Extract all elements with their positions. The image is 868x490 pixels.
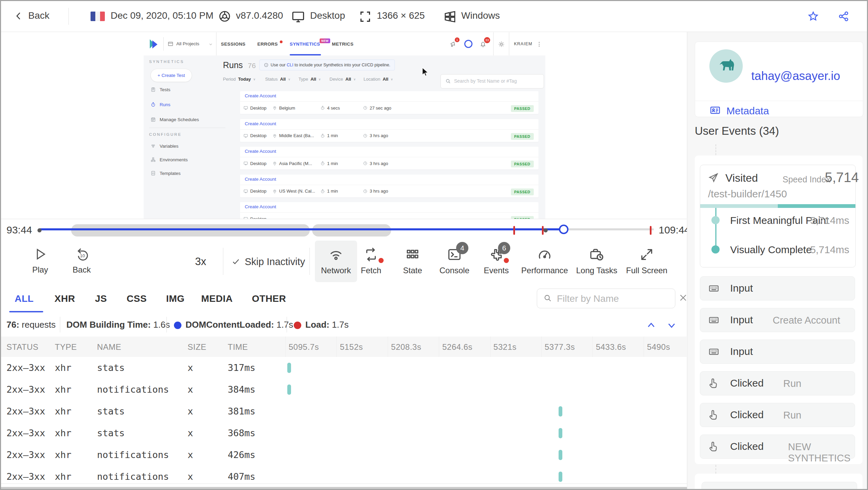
- play-button[interactable]: Play: [21, 247, 59, 275]
- run-card[interactable]: Create AccountDesktopPASSED: [240, 202, 539, 219]
- network-tab-all[interactable]: ALL: [15, 293, 34, 304]
- panel-button-events[interactable]: 6Events: [476, 241, 517, 282]
- run-name-link[interactable]: Create Account: [245, 204, 276, 209]
- country-flag-icon: [91, 12, 105, 21]
- panel-label: Long Tasks: [571, 266, 622, 275]
- back-10s-button[interactable]: 10 Back: [63, 247, 100, 275]
- speed-toggle[interactable]: 3x: [195, 256, 206, 268]
- filter-type[interactable]: TypeAll∨: [299, 77, 321, 82]
- visited-card[interactable]: Visited Speed Index 5,714 /test-builder/…: [700, 165, 856, 267]
- network-tab-img[interactable]: IMG: [166, 293, 184, 304]
- jump-up-icon[interactable]: [645, 320, 657, 331]
- skip-inactivity-label[interactable]: Skip Inactivity: [245, 256, 305, 267]
- event-dot: [37, 228, 42, 232]
- viewport-resolution: 1366 × 625: [377, 10, 425, 21]
- cell-name: notifications: [97, 384, 169, 395]
- network-tab-css[interactable]: CSS: [127, 293, 147, 304]
- app-header: All Projects SESSIONS ERRORS SYNTHETICS …: [144, 32, 545, 56]
- table-row[interactable]: 2xx–3xxxhrnotificationsx407ms: [1, 466, 687, 484]
- tab-errors[interactable]: ERRORS: [257, 42, 278, 47]
- run-card[interactable]: Create AccountDesktopMiddle East (Ba...1…: [240, 119, 539, 142]
- panel-button-state[interactable]: State: [392, 241, 433, 282]
- tab-metrics[interactable]: METRICS: [332, 42, 354, 47]
- table-row[interactable]: 2xx–3xxxhrstatsx381ms: [1, 401, 687, 422]
- panel-button-long-tasks[interactable]: Long Tasks: [571, 241, 622, 282]
- pin-icon: [272, 105, 277, 110]
- table-row[interactable]: 2xx–3xxxhrnotificationsx384ms: [1, 379, 687, 401]
- sidebar-item-manage-schedules[interactable]: Manage Schedules: [150, 117, 199, 122]
- sidebar-item-tests[interactable]: Tests: [150, 87, 171, 92]
- share-icon[interactable]: [838, 10, 850, 22]
- jump-down-icon[interactable]: [666, 320, 677, 331]
- run-name-link[interactable]: Create Account: [245, 93, 276, 98]
- clock-meta: 27 sec ago: [363, 105, 391, 111]
- table-row[interactable]: 2xx–3xxxhrstatsx317ms: [1, 357, 687, 379]
- table-row[interactable]: 2xx–3xxxhrstatsx368ms: [1, 422, 687, 444]
- filter-period[interactable]: PeriodToday∨: [223, 77, 256, 82]
- tab-sessions[interactable]: SESSIONS: [221, 42, 245, 47]
- chevron-down-icon: ∨: [288, 78, 290, 81]
- filter-label: Period: [223, 77, 236, 82]
- run-name-link[interactable]: Create Account: [245, 177, 276, 182]
- user-menu[interactable]: KRAIEM: [514, 42, 532, 46]
- panel-button-performance[interactable]: Performance: [519, 241, 570, 282]
- run-card[interactable]: Create AccountDesktopBelgium4 secs27 sec…: [240, 91, 539, 114]
- run-name-link[interactable]: Create Account: [245, 149, 276, 154]
- project-selector[interactable]: All Projects: [176, 41, 199, 46]
- favorite-star-icon[interactable]: [807, 10, 819, 22]
- panel-button-fetch[interactable]: Fetch: [351, 241, 391, 282]
- divider: [68, 8, 69, 25]
- tab-synthetics[interactable]: SYNTHETICS: [290, 42, 320, 47]
- panel-button-full-screen[interactable]: Full Screen: [621, 241, 672, 282]
- network-tab-media[interactable]: MEDIA: [201, 293, 233, 304]
- user-event-card[interactable]: Input: [700, 276, 855, 300]
- network-tab-js[interactable]: JS: [95, 293, 107, 304]
- sidebar-item-templates[interactable]: Templates: [150, 170, 181, 176]
- network-filter-input[interactable]: Filter by Name: [537, 289, 675, 308]
- user-email[interactable]: tahay@asayer.io: [751, 69, 840, 83]
- back-chevron-icon[interactable]: [13, 11, 24, 21]
- network-table-rows: 2xx–3xxxhrstatsx317ms2xx–3xxxhrnotificat…: [1, 357, 687, 484]
- filter-device[interactable]: DeviceAll∨: [329, 77, 356, 82]
- meta-text: Belgium: [279, 105, 295, 111]
- user-event-card[interactable]: ClickedRun: [700, 371, 855, 395]
- sidebar-item-environments[interactable]: Environments: [150, 157, 188, 162]
- run-card[interactable]: Create AccountDesktopUS West (N. Cal...1…: [240, 175, 539, 197]
- runs-search-input[interactable]: Search by Test Name or #Tag: [440, 74, 544, 88]
- cell-type: xhr: [55, 428, 71, 438]
- skip-inactivity-check-icon[interactable]: [231, 257, 241, 266]
- pointer-icon: [708, 377, 720, 389]
- run-card[interactable]: Create AccountDesktopAsia Pacific (M...1…: [240, 147, 539, 169]
- panel-label: Full Screen: [621, 266, 672, 275]
- metric-dot: [711, 245, 720, 254]
- user-event-card[interactable]: ClickedRun: [700, 403, 855, 427]
- sidebar-item-variables[interactable]: Variables: [150, 143, 178, 149]
- user-event-card[interactable]: InputCreate Account: [700, 308, 855, 332]
- project-window-icon: [167, 41, 174, 47]
- tree-icon: [150, 157, 156, 162]
- search-icon: [543, 294, 552, 303]
- playhead[interactable]: [559, 225, 568, 234]
- cell-status: 2xx–3xx: [6, 428, 45, 438]
- user-event-card[interactable]: ClickedNEW SYNTHETICS: [700, 435, 855, 459]
- filter-location[interactable]: LocationAll∨: [364, 77, 393, 82]
- network-tab-xhr[interactable]: XHR: [54, 293, 75, 304]
- run-name-link[interactable]: Create Account: [245, 121, 276, 126]
- metadata-button[interactable]: Metadata: [726, 105, 769, 117]
- back-button[interactable]: Back: [28, 10, 49, 21]
- filter-label: Type: [299, 77, 308, 82]
- svg-text:10: 10: [80, 253, 85, 258]
- cli-link[interactable]: CLI: [287, 63, 293, 67]
- panel-button-console[interactable]: 4Console: [434, 241, 475, 282]
- app-content: SYNTHETICS + Create Test TestsRunsManage…: [144, 55, 545, 219]
- create-test-button[interactable]: + Create Test: [150, 69, 192, 82]
- panel-label: Events: [476, 266, 517, 275]
- network-tab-other[interactable]: OTHER: [252, 293, 286, 304]
- user-event-card[interactable]: Input: [700, 340, 855, 364]
- filter-status[interactable]: StatusAll∨: [265, 77, 290, 82]
- kebab-menu-icon[interactable]: [536, 40, 543, 48]
- keyboard-icon: [708, 282, 720, 294]
- table-row[interactable]: 2xx–3xxxhrnotificationsx426ms: [1, 444, 687, 466]
- sidebar-item-runs[interactable]: Runs: [150, 102, 171, 107]
- settings-gear-icon[interactable]: [498, 40, 505, 48]
